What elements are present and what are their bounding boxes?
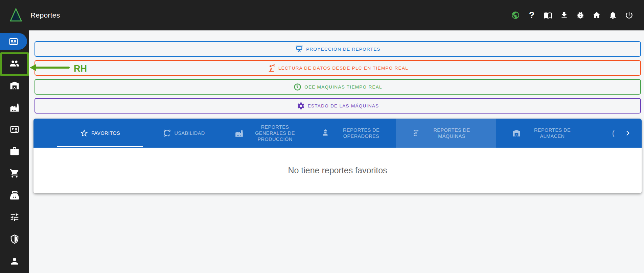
page-title: Reportes (30, 11, 60, 19)
sidebar-item-pos[interactable] (0, 184, 29, 206)
tabbar-overflow: ( (597, 119, 642, 148)
sidebar-item-rh[interactable] (0, 52, 29, 74)
robot-arm-icon (267, 64, 276, 72)
banner-label: OEE MAQUINAS TIEMPO REAL (304, 84, 382, 90)
topbar-actions: ? (511, 10, 634, 20)
sidebar-item-production[interactable] (0, 96, 29, 118)
top-bar: Reportes ? (0, 0, 644, 30)
banner-lectura-plc[interactable]: LECTURA DE DATOS DESDE PLC EN TIEMPO REA… (34, 60, 641, 76)
bell-icon[interactable] (608, 10, 618, 20)
tab-reportes-maquinas[interactable]: REPORTES DE MÁQUINAS (396, 119, 496, 148)
sidebar-item-settings[interactable] (0, 206, 29, 228)
warehouse-icon (512, 129, 521, 138)
projector-screen-icon (295, 45, 303, 53)
shield-icon (9, 234, 20, 244)
certificate-icon (9, 124, 20, 134)
banner-proyeccion-reportes[interactable]: PROYECCIÓN DE REPORTES (34, 41, 641, 57)
sidebar-nav (0, 30, 29, 273)
reports-card: FAVORITOS USABILIDAD REPORTES GENERALES … (33, 119, 642, 193)
banner-label: LECTURA DE DATOS DESDE PLC EN TIEMPO REA… (278, 66, 408, 71)
people-icon (9, 58, 20, 69)
person-icon (9, 256, 20, 266)
tab-label: REPORTES DE ALMACEN (524, 127, 581, 139)
factory-icon (235, 129, 244, 138)
sidebar-item-sales[interactable] (0, 162, 29, 184)
home-icon[interactable] (592, 10, 601, 20)
tab-label: USABILIDAD (174, 130, 205, 136)
chevron-right-icon[interactable] (623, 128, 632, 138)
banner-oee-maquinas[interactable]: OEE MAQUINAS TIEMPO REAL (34, 79, 641, 95)
shopping-cart-icon (9, 168, 20, 178)
star-icon (80, 129, 89, 138)
factory-icon (9, 102, 20, 113)
gauge-icon (293, 83, 302, 91)
gear-icon (297, 102, 305, 110)
cash-register-icon (9, 190, 20, 200)
sidebar-item-briefcase[interactable] (0, 140, 29, 162)
empty-favorites-message: No tiene reportes favoritos (33, 148, 642, 193)
app-logo[interactable] (10, 8, 22, 22)
globe-icon[interactable] (511, 10, 520, 20)
machine-icon (412, 129, 420, 138)
tune-icon (9, 212, 20, 222)
briefcase-icon (9, 146, 20, 156)
main-content: PROYECCIÓN DE REPORTES LECTURA DE DATOS … (29, 30, 644, 273)
tab-label: REPORTES DE MÁQUINAS (423, 127, 481, 139)
banner-estado-maquinas[interactable]: ESTADO DE LAS MÁQUINAS (34, 98, 641, 114)
sidebar-item-certificates[interactable] (0, 118, 29, 140)
sidebar-item-profile[interactable] (0, 250, 29, 272)
tab-reportes-almacen[interactable]: REPORTES DE ALMACEN (496, 119, 597, 148)
tab-reportes-operadores[interactable]: REPORTES DE OPERADORES (315, 119, 396, 148)
sidebar-item-reports[interactable] (0, 33, 27, 50)
bug-icon[interactable] (576, 10, 585, 20)
tab-label: REPORTES DE OPERADORES (332, 127, 390, 139)
usability-icon (163, 129, 171, 138)
download-icon[interactable] (559, 10, 569, 20)
tab-favoritos[interactable]: FAVORITOS (56, 119, 144, 148)
help-icon[interactable]: ? (527, 10, 536, 20)
manual-book-icon[interactable] (543, 10, 553, 20)
warehouse-icon (9, 80, 20, 91)
tab-usabilidad[interactable]: USABILIDAD (144, 119, 224, 148)
sidebar-item-security[interactable] (0, 228, 29, 250)
banner-label: PROYECCIÓN DE REPORTES (306, 47, 381, 52)
tab-label: FAVORITOS (91, 130, 120, 136)
engineer-icon (321, 129, 330, 138)
partial-tab-glyph: ( (612, 129, 615, 138)
article-icon (8, 36, 19, 47)
reports-tabbar: FAVORITOS USABILIDAD REPORTES GENERALES … (33, 119, 642, 148)
banner-label: ESTADO DE LAS MÁQUINAS (308, 103, 379, 108)
sidebar-item-warehouse[interactable] (0, 74, 29, 96)
power-icon[interactable] (624, 10, 634, 20)
tab-reportes-generales-produccion[interactable]: REPORTES GENERALES DE PRODUCCIÓN (224, 119, 315, 148)
tab-label: REPORTES GENERALES DE PRODUCCIÓN (246, 124, 304, 142)
